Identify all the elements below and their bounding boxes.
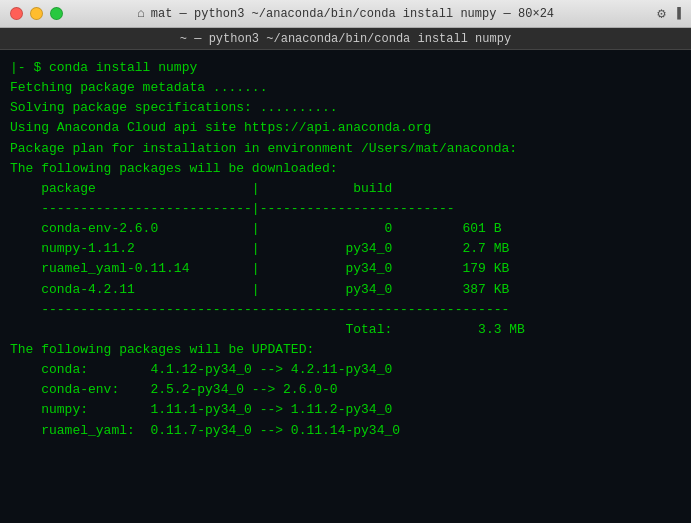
terminal-line: Using Anaconda Cloud api site https://ap…: [10, 118, 681, 138]
subheader-text: ~ — python3 ~/anaconda/bin/conda install…: [180, 32, 511, 46]
terminal-icon: ⌂: [137, 6, 145, 21]
terminal-output: Fetching package metadata .......Solving…: [10, 78, 681, 441]
window-controls: [10, 7, 63, 20]
terminal-line: Total: 3.3 MB: [10, 320, 681, 340]
terminal-line: The following packages will be downloade…: [10, 159, 681, 179]
terminal-line: ----------------------------------------…: [10, 300, 681, 320]
terminal-line: ---------------------------|------------…: [10, 199, 681, 219]
sidebar-icon[interactable]: ▐: [674, 7, 681, 21]
close-button[interactable]: [10, 7, 23, 20]
maximize-button[interactable]: [50, 7, 63, 20]
minimize-button[interactable]: [30, 7, 43, 20]
terminal-line: numpy-1.11.2 | py34_0 2.7 MB: [10, 239, 681, 259]
terminal-line: ruamel_yaml-0.11.14 | py34_0 179 KB: [10, 259, 681, 279]
terminal-line: numpy: 1.11.1-py34_0 --> 1.11.2-py34_0: [10, 400, 681, 420]
terminal-line: Fetching package metadata .......: [10, 78, 681, 98]
terminal-line: conda-4.2.11 | py34_0 387 KB: [10, 280, 681, 300]
gear-icon[interactable]: ⚙: [657, 5, 665, 22]
terminal-line: Package plan for installation in environ…: [10, 139, 681, 159]
terminal-line: ruamel_yaml: 0.11.7-py34_0 --> 0.11.14-p…: [10, 421, 681, 441]
terminal-line: conda-env-2.6.0 | 0 601 B: [10, 219, 681, 239]
terminal-body[interactable]: |- $ conda install numpy Fetching packag…: [0, 50, 691, 523]
titlebar: ⌂ mat — python3 ~/anaconda/bin/conda ins…: [0, 0, 691, 28]
terminal-line: conda: 4.1.12-py34_0 --> 4.2.11-py34_0: [10, 360, 681, 380]
titlebar-title: mat — python3 ~/anaconda/bin/conda insta…: [151, 7, 554, 21]
titlebar-actions: ⚙ ▐: [657, 5, 681, 22]
terminal-line: Solving package specifications: ........…: [10, 98, 681, 118]
terminal-line: The following packages will be UPDATED:: [10, 340, 681, 360]
prompt-line: |- $ conda install numpy: [10, 58, 681, 78]
terminal-line: conda-env: 2.5.2-py34_0 --> 2.6.0-0: [10, 380, 681, 400]
subheader: ~ — python3 ~/anaconda/bin/conda install…: [0, 28, 691, 50]
titlebar-content: ⌂ mat — python3 ~/anaconda/bin/conda ins…: [137, 6, 554, 21]
terminal-line: package | build: [10, 179, 681, 199]
